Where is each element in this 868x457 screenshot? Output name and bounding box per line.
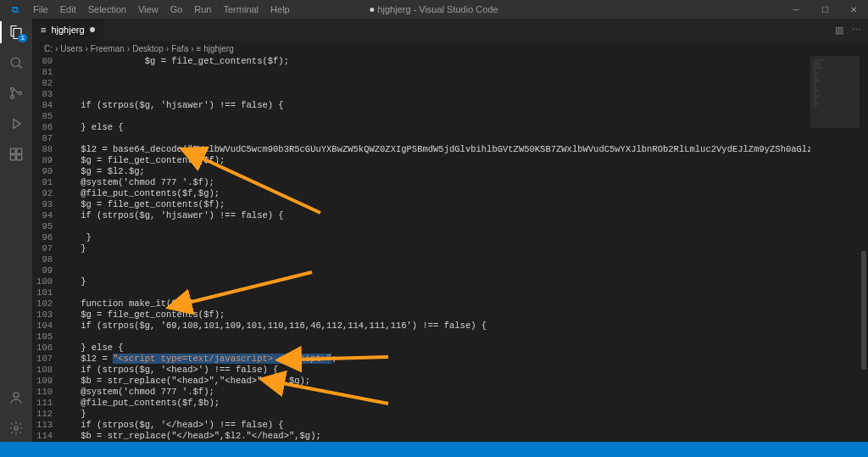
menu-bar: ⧉ File Edit Selection View Go Run Termin… xyxy=(0,0,296,19)
menu-edit[interactable]: Edit xyxy=(54,4,82,14)
svg-point-4 xyxy=(19,92,22,95)
menu-run[interactable]: Run xyxy=(188,4,217,14)
activity-bar: 1 xyxy=(0,19,32,442)
editor-area: ≡ hjghjerg ▥ ⋯ C:› Users› Freeman› Deskt… xyxy=(32,19,868,442)
svg-rect-7 xyxy=(10,155,15,160)
crumb[interactable]: ≡ hjghjerg xyxy=(197,44,234,53)
window-title: hjghjerg - Visual Studio Code xyxy=(370,4,498,14)
svg-point-11 xyxy=(14,426,19,431)
scrollbar-thumb[interactable] xyxy=(861,251,866,370)
vertical-scrollbar[interactable] xyxy=(860,56,868,442)
vscode-logo-icon: ⧉ xyxy=(7,1,24,18)
crumb[interactable]: Users xyxy=(60,44,82,53)
svg-point-10 xyxy=(14,393,19,398)
editor-body[interactable]: 8081828384858687888990919293949596979899… xyxy=(32,56,868,442)
crumb[interactable]: Fafa xyxy=(171,44,188,53)
breadcrumbs[interactable]: C:› Users› Freeman› Desktop› Fafa› ≡ hjg… xyxy=(32,41,868,56)
account-icon[interactable] xyxy=(8,389,25,406)
svg-point-0 xyxy=(11,58,20,67)
window-controls: ─ ☐ ✕ xyxy=(782,0,868,19)
status-bar[interactable] xyxy=(0,442,868,457)
title-bar: ⧉ File Edit Selection View Go Run Termin… xyxy=(0,0,868,19)
search-icon[interactable] xyxy=(8,54,25,71)
svg-point-3 xyxy=(11,96,14,99)
svg-marker-5 xyxy=(14,120,20,129)
tab-label: hjghjerg xyxy=(51,25,84,35)
svg-rect-8 xyxy=(17,155,22,160)
svg-point-2 xyxy=(11,88,14,92)
explorer-icon[interactable]: 1 xyxy=(8,24,25,41)
menu-selection[interactable]: Selection xyxy=(82,4,132,14)
svg-rect-9 xyxy=(17,148,22,153)
gear-icon[interactable] xyxy=(8,420,25,437)
split-editor-icon[interactable]: ▥ xyxy=(835,25,843,36)
crumb[interactable]: Desktop xyxy=(132,44,164,53)
menu-file[interactable]: File xyxy=(27,4,54,14)
minimize-button[interactable]: ─ xyxy=(782,0,810,19)
menu-help[interactable]: Help xyxy=(264,4,296,14)
menu-view[interactable]: View xyxy=(132,4,164,14)
tabs-bar: ≡ hjghjerg ▥ ⋯ xyxy=(32,19,868,41)
tab-hjghjerg[interactable]: ≡ hjghjerg xyxy=(32,19,104,41)
crumb[interactable]: Freeman xyxy=(91,44,125,53)
menu-terminal[interactable]: Terminal xyxy=(218,4,265,14)
window-title-text: hjghjerg - Visual Studio Code xyxy=(377,4,498,14)
maximize-button[interactable]: ☐ xyxy=(810,0,839,19)
menu-go[interactable]: Go xyxy=(164,4,189,14)
more-actions-icon[interactable]: ⋯ xyxy=(852,25,861,36)
extensions-icon[interactable] xyxy=(8,146,25,163)
editor-toolbar: ▥ ⋯ xyxy=(835,25,868,36)
file-icon: ≡ xyxy=(41,25,46,35)
dirty-indicator-icon xyxy=(370,8,374,12)
minimap[interactable]: ███ ██ ███████████ █████████████████████… xyxy=(810,56,860,442)
code-content[interactable]: $g = file_get_contents($f); if (strpos($… xyxy=(59,56,810,442)
svg-rect-6 xyxy=(10,148,15,153)
svg-line-1 xyxy=(19,65,22,69)
source-control-icon[interactable] xyxy=(8,85,25,102)
line-number-gutter: 8081828384858687888990919293949596979899… xyxy=(32,56,59,442)
run-debug-icon[interactable] xyxy=(8,115,25,132)
tab-dirty-dot-icon xyxy=(90,27,95,32)
close-button[interactable]: ✕ xyxy=(839,0,868,19)
crumb[interactable]: C: xyxy=(44,44,53,53)
explorer-badge: 1 xyxy=(18,34,27,42)
